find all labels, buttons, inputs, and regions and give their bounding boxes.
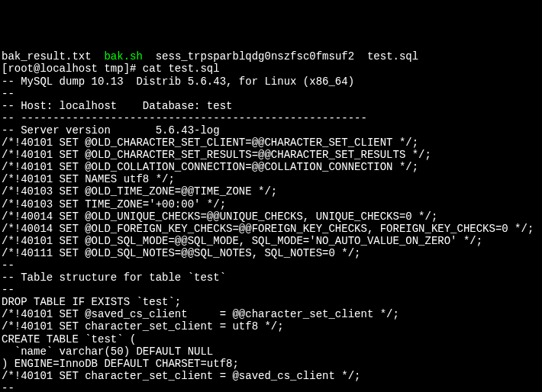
terminal-line: `name` varchar(50) DEFAULT NULL — [2, 345, 540, 358]
terminal-line: ) ENGINE=InnoDB DEFAULT CHARSET=utf8; — [2, 358, 540, 370]
file-name: sess_trpsparblqdg0nszfsc0fmsuf2 — [156, 50, 354, 63]
terminal-line: /*!40101 SET NAMES utf8 */; — [2, 173, 540, 185]
terminal-line: /*!40014 SET @OLD_FOREIGN_KEY_CHECKS=@@F… — [2, 223, 540, 235]
terminal-line: -- Host: localhost Database: test — [2, 100, 540, 112]
terminal-line: -- MySQL dump 10.13 Distrib 5.6.43, for … — [2, 76, 540, 88]
terminal-line: DROP TABLE IF EXISTS `test`; — [2, 296, 540, 308]
terminal-line: /*!40101 SET @saved_cs_client = @@charac… — [2, 308, 540, 320]
file-listing-line: bak_result.txt bak.sh sess_trpsparblqdg0… — [2, 50, 540, 63]
file-name: bak_result.txt — [2, 50, 92, 63]
terminal-line: /*!40014 SET @OLD_UNIQUE_CHECKS=@@UNIQUE… — [2, 210, 540, 223]
terminal-line: /*!40111 SET @OLD_SQL_NOTES=@@SQL_NOTES,… — [2, 247, 540, 259]
terminal-line: -- -------------------------------------… — [2, 112, 540, 124]
terminal-output: bak_result.txt bak.sh sess_trpsparblqdg0… — [2, 50, 540, 392]
terminal-line: -- — [2, 88, 540, 100]
terminal-line: /*!40101 SET @OLD_SQL_MODE=@@SQL_MODE, S… — [2, 235, 540, 247]
terminal-line: /*!40101 SET @OLD_CHARACTER_SET_RESULTS=… — [2, 149, 540, 161]
terminal-line: [root@localhost tmp]# cat test.sql — [2, 63, 540, 75]
terminal-line: /*!40101 SET @OLD_CHARACTER_SET_CLIENT=@… — [2, 137, 540, 149]
terminal-line: CREATE TABLE `test` ( — [2, 333, 540, 345]
terminal-line: /*!40101 SET character_set_client = @sav… — [2, 370, 540, 382]
terminal-line: /*!40101 SET character_set_client = utf8… — [2, 320, 540, 333]
file-name: test.sql — [367, 50, 418, 63]
terminal-line: -- — [2, 284, 540, 296]
terminal-line: /*!40103 SET TIME_ZONE='+00:00' */; — [2, 198, 540, 210]
terminal-line: -- Server version 5.6.43-log — [2, 124, 540, 137]
terminal-line: /*!40101 SET @OLD_COLLATION_CONNECTION=@… — [2, 161, 540, 173]
terminal-line: -- — [2, 382, 540, 392]
terminal-line: -- — [2, 259, 540, 272]
highlighted-file: bak.sh — [104, 50, 142, 63]
terminal-line: -- Table structure for table `test` — [2, 272, 540, 284]
terminal-line: /*!40103 SET @OLD_TIME_ZONE=@@TIME_ZONE … — [2, 185, 540, 198]
